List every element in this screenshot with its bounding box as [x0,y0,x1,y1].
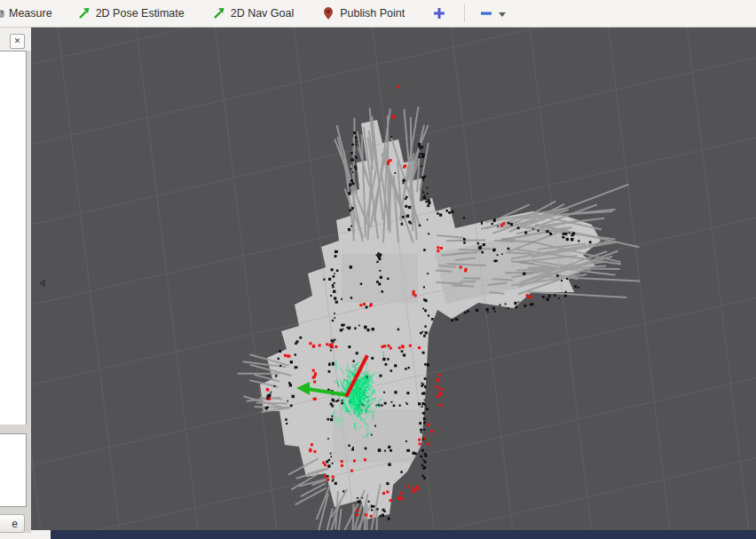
add-tool-button[interactable] [430,4,448,22]
bottom-panel-bar [51,530,756,539]
tool-publish-point[interactable]: Publish Point [319,3,406,24]
toolbar-separator [464,4,465,22]
nav-goal-arrow-icon [212,6,226,20]
bottom-panel-corner [31,530,51,539]
remove-tool-button[interactable] [477,4,508,22]
publish-point-pin-icon [321,6,335,20]
render-viewport-3d[interactable] [31,28,756,539]
measure-icon [0,6,4,20]
secondary-panel-body [0,433,27,507]
tool-2d-pose-estimate[interactable]: 2D Pose Estimate [75,3,186,24]
panel-partial-button[interactable]: e [0,514,25,533]
minus-icon [479,6,493,20]
displays-panel-remnant: ✕ e [0,28,31,539]
tool-2d-nav-goal[interactable]: 2D Nav Goal [210,3,296,24]
rviz-window: Measure 2D Pose Estimate 2D Nav Goal [0,0,756,539]
panel-collapse-arrow-icon[interactable] [39,279,45,288]
tool-publish-point-label: Publish Point [340,7,405,20]
toolbar: Measure 2D Pose Estimate 2D Nav Goal [0,0,756,28]
plus-icon [432,6,446,20]
tool-2d-nav-goal-label: 2D Nav Goal [231,7,295,20]
panel-close-button[interactable]: ✕ [10,34,25,49]
close-icon: ✕ [14,36,21,45]
tool-measure-label: Measure [9,7,52,20]
pose-estimate-arrow-icon [77,6,91,20]
chevron-down-icon [499,12,506,17]
panel-bottom-strip [0,533,31,539]
tool-2d-pose-estimate-label: 2D Pose Estimate [96,7,185,20]
main-area: ✕ e [0,28,756,539]
map-scene [31,28,756,539]
tool-measure[interactable]: Measure [0,3,54,24]
displays-panel-body [0,51,27,424]
